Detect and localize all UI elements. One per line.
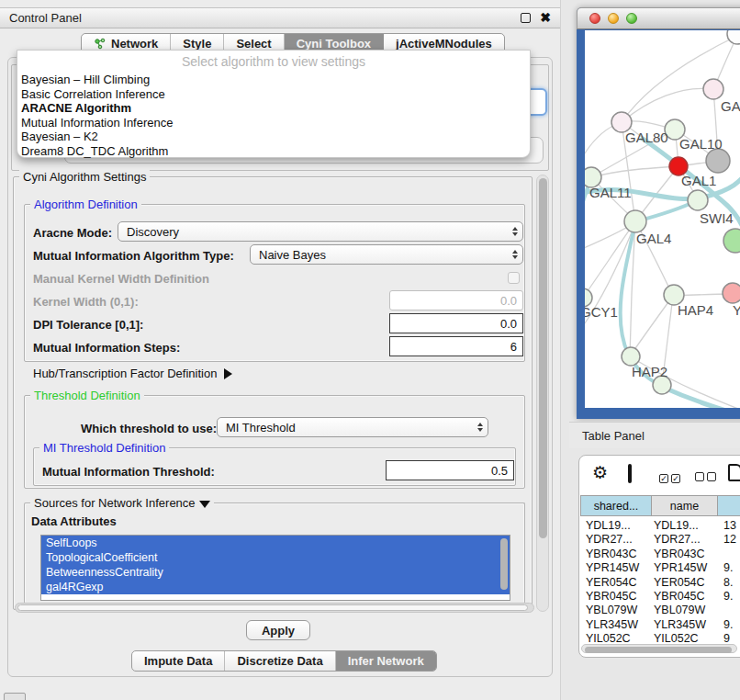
network-window-titlebar[interactable] bbox=[577, 7, 740, 29]
node-label-gal: GAL bbox=[721, 98, 740, 114]
cell-value: 9. bbox=[718, 590, 740, 604]
cell-shared-name: YDR27... bbox=[580, 533, 652, 547]
mi-steps-field[interactable]: 6 bbox=[389, 336, 523, 356]
algorithm-option-bayesian-k2[interactable]: Bayesian – K2 bbox=[19, 130, 528, 144]
node-label-swi4: SWI4 bbox=[700, 210, 734, 226]
table-horizontal-scrollbar[interactable] bbox=[581, 644, 737, 653]
network-node-big-green[interactable] bbox=[723, 229, 740, 253]
network-node-top-partial[interactable] bbox=[727, 30, 740, 44]
mi-threshold-field[interactable]: 0.5 bbox=[386, 460, 514, 480]
bottom-left-button-partial[interactable] bbox=[4, 693, 26, 700]
new-column-icon-partial[interactable] bbox=[728, 464, 740, 481]
network-node-swi4[interactable] bbox=[688, 190, 708, 210]
cell-shared-name: YLR345W bbox=[580, 618, 652, 632]
node-label-hap2: HAP2 bbox=[632, 364, 667, 379]
table-row[interactable]: YBL079W YBL079W bbox=[580, 604, 740, 617]
mi-algorithm-type-label: Mutual Information Algorithm Type: bbox=[33, 249, 234, 263]
window-zoom-icon[interactable] bbox=[626, 13, 637, 24]
apply-button[interactable]: Apply bbox=[246, 620, 310, 640]
tab-style-label: Style bbox=[183, 37, 211, 51]
attribute-item-gal4rgexp[interactable]: gal4RGexp bbox=[41, 580, 510, 594]
kernel-width-value: 0.0 bbox=[500, 294, 517, 308]
mi-algorithm-type-combobox[interactable]: Naive Bayes bbox=[250, 244, 523, 265]
threshold-definition-title: Threshold Definition bbox=[30, 389, 144, 402]
which-threshold-combobox[interactable]: MI Threshold bbox=[217, 417, 488, 437]
table-header-row: shared... name A bbox=[580, 495, 740, 516]
network-icon bbox=[94, 38, 107, 50]
window-minimize-icon[interactable] bbox=[608, 13, 619, 24]
sources-title: Sources for Network Inference bbox=[30, 496, 214, 510]
table-row[interactable]: YDR27... YDR27... 12 bbox=[580, 533, 740, 547]
algorithm-option-mutual-information[interactable]: Mutual Information Inference bbox=[19, 116, 528, 130]
table-row[interactable]: YPR145W YPR145W 9. bbox=[580, 561, 740, 575]
manual-kernel-width-checkbox[interactable] bbox=[508, 272, 520, 284]
kernel-width-field[interactable]: 0.0 bbox=[389, 290, 523, 310]
table-row[interactable]: YBR045C YBR045C 9. bbox=[580, 590, 740, 604]
node-label-hap4: HAP4 bbox=[678, 302, 713, 318]
algorithm-option-dream8[interactable]: Dream8 DC_TDC Algorithm bbox=[19, 144, 528, 159]
cyni-bottom-tabbar: Impute Data Discretize Data Infer Networ… bbox=[131, 650, 437, 672]
node-label-gal1: GAL1 bbox=[681, 173, 716, 188]
network-node-gray[interactable] bbox=[706, 149, 730, 173]
close-panel-icon[interactable]: ✖ bbox=[540, 13, 551, 23]
table-settings-gear-icon[interactable]: ⚙ bbox=[592, 465, 608, 481]
column-header-name[interactable]: name bbox=[652, 495, 718, 516]
cell-value: 9. bbox=[718, 618, 740, 632]
tab-impute-data[interactable]: Impute Data bbox=[132, 651, 225, 671]
algorithm-option-basic-correlation[interactable]: Basic Correlation Inference bbox=[19, 87, 528, 102]
window-close-icon[interactable] bbox=[589, 13, 600, 24]
data-attributes-list[interactable]: SelfLoops TopologicalCoefficient Between… bbox=[40, 535, 510, 601]
column-header-partial[interactable]: A bbox=[718, 495, 740, 516]
table-row[interactable]: YLR345W YLR345W 9. bbox=[580, 618, 740, 632]
table-row[interactable]: YBR043C YBR043C bbox=[580, 548, 740, 561]
algorithm-option-bayesian-hill-climbing[interactable]: Bayesian – Hill Climbing bbox=[19, 73, 528, 87]
tab-infer-network[interactable]: Infer Network bbox=[336, 651, 436, 671]
dpi-tolerance-field[interactable]: 0.0 bbox=[389, 313, 523, 333]
dpi-tolerance-value: 0.0 bbox=[500, 317, 517, 331]
deselect-all-columns-icon[interactable] bbox=[695, 469, 719, 485]
column-header-shared-name[interactable]: shared... bbox=[580, 495, 652, 516]
float-panel-icon[interactable] bbox=[521, 13, 531, 23]
algorithm-option-aracne[interactable]: ARACNE Algorithm bbox=[19, 101, 528, 116]
attributes-list-scrollbar-thumb[interactable] bbox=[500, 538, 508, 590]
cell-name: YPR145W bbox=[652, 561, 718, 575]
select-all-columns-icon[interactable]: ✓✓ bbox=[659, 469, 683, 485]
tab-infer-network-label: Infer Network bbox=[348, 654, 424, 668]
table-row[interactable]: YER054C YER054C 8. bbox=[580, 576, 740, 590]
hub-transcription-expander[interactable]: Hub/Transcription Factor Definition bbox=[33, 367, 232, 380]
aracne-mode-combobox[interactable]: Discovery bbox=[118, 221, 523, 242]
expander-expanded-icon[interactable] bbox=[199, 501, 210, 508]
network-canvas[interactable]: GAL GAL80 GAL10 GAL1 GAL11 SWI4 GAL4 GCY… bbox=[585, 30, 740, 408]
cell-value: 9 bbox=[718, 632, 740, 643]
hub-transcription-label: Hub/Transcription Factor Definition bbox=[33, 367, 217, 380]
attribute-item-selfloops[interactable]: SelfLoops bbox=[41, 536, 510, 550]
settings-horizontal-scrollbar[interactable] bbox=[15, 603, 534, 613]
which-threshold-label: Which threshold to use: bbox=[81, 422, 217, 435]
table-row-partial[interactable]: YIL052C YIL052C 9 bbox=[580, 632, 740, 643]
cell-shared-name: YDL19... bbox=[580, 519, 652, 533]
settings-vertical-scrollbar[interactable] bbox=[536, 175, 549, 612]
cell-value: 9. bbox=[718, 561, 740, 575]
tab-discretize-data[interactable]: Discretize Data bbox=[225, 651, 335, 671]
settings-horizontal-scrollbar-thumb[interactable] bbox=[17, 604, 528, 611]
network-node-salmon[interactable] bbox=[723, 283, 740, 303]
table-row[interactable]: YDL19... YDL19... 13 bbox=[580, 519, 740, 533]
column-layout-icon[interactable] bbox=[628, 464, 632, 483]
checkbox-unchecked-icon bbox=[707, 472, 716, 481]
control-panel-titlebar: Control Panel ✖ bbox=[0, 7, 560, 28]
table-horizontal-scrollbar-thumb[interactable] bbox=[585, 647, 732, 653]
attribute-item-betweennesscentrality[interactable]: BetweennessCentrality bbox=[41, 565, 510, 580]
expander-collapsed-icon bbox=[224, 368, 232, 379]
algorithm-dropdown-prompt: Select algorithm to view settings bbox=[17, 54, 530, 69]
cell-value: 12 bbox=[718, 533, 740, 547]
tab-jactivemnodules-label: jActiveMNodules bbox=[396, 37, 492, 51]
network-view-window[interactable]: GAL GAL80 GAL10 GAL1 GAL11 SWI4 GAL4 GCY… bbox=[577, 7, 740, 419]
kernel-width-label: Kernel Width (0,1): bbox=[33, 295, 139, 309]
settings-vertical-scrollbar-thumb[interactable] bbox=[539, 178, 547, 538]
network-node-hap2[interactable] bbox=[622, 347, 640, 366]
network-node-gal4[interactable] bbox=[624, 210, 646, 232]
apply-button-label: Apply bbox=[262, 624, 295, 638]
cell-name: YDR27... bbox=[652, 533, 718, 547]
network-node-gal-partial[interactable] bbox=[703, 79, 723, 99]
attribute-item-topologicalcoefficient[interactable]: TopologicalCoefficient bbox=[41, 550, 510, 565]
